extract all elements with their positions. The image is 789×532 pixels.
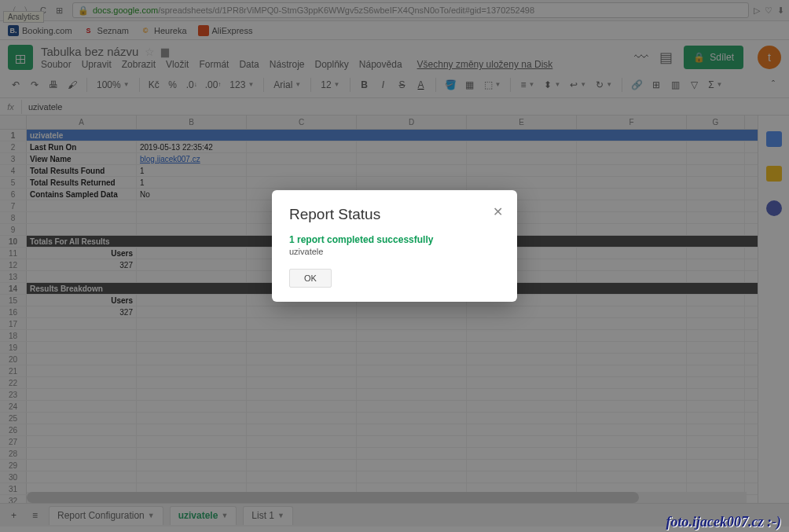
modal-success-text: 1 report completed successfully bbox=[289, 234, 500, 245]
modal-subtext: uzivatele bbox=[289, 247, 500, 256]
modal-title: Report Status bbox=[289, 206, 500, 223]
watermark: foto.ijacek007.cz :-) bbox=[666, 514, 781, 530]
close-icon[interactable]: ✕ bbox=[493, 204, 503, 219]
report-status-dialog: ✕ Report Status 1 report completed succe… bbox=[272, 190, 517, 302]
ok-button[interactable]: OK bbox=[289, 269, 332, 288]
